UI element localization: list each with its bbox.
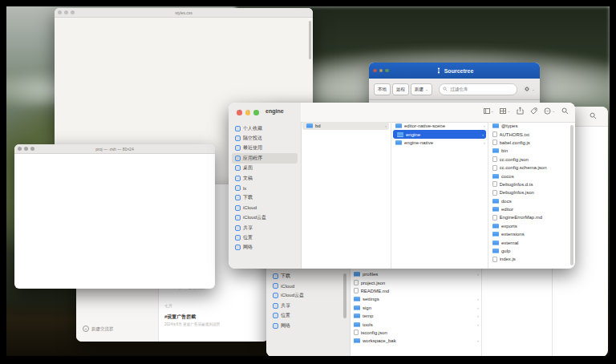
settings-dropdown[interactable]: ⌄ xyxy=(524,86,535,92)
sidebar-item[interactable]: 网络 xyxy=(232,243,298,253)
editor-code-area[interactable] xyxy=(55,18,313,24)
sidebar-item[interactable]: 共享 xyxy=(232,223,298,233)
file-row[interactable]: bd › xyxy=(302,122,389,130)
column-scrollbar[interactable] xyxy=(570,125,573,265)
file-row[interactable]: AUTHORS.txt › xyxy=(488,130,575,138)
file-row[interactable]: profiles › xyxy=(350,270,481,278)
sourcetree-titlebar[interactable]: Sourcetree xyxy=(369,63,540,79)
file-row[interactable]: EngineErrorMap.md › xyxy=(488,213,575,221)
file-row[interactable]: gulp › xyxy=(488,247,575,255)
sidebar-item[interactable]: iCloud云盘 xyxy=(232,213,298,223)
view-columns-button[interactable]: ⌄ xyxy=(484,108,494,114)
file-row[interactable]: temp › xyxy=(350,312,481,320)
sourcetree-toolbar-button[interactable]: 远程 ⌄ xyxy=(392,83,409,95)
file-row[interactable]: workspace_bak › xyxy=(350,337,481,345)
file-row[interactable]: bin › xyxy=(488,147,575,155)
search-icon[interactable] xyxy=(561,107,569,115)
file-row[interactable]: cc.config.schema.json › xyxy=(488,164,575,172)
tag-icon[interactable] xyxy=(530,107,537,115)
sidebar-item-label: 最近使用 xyxy=(243,144,262,152)
sidebar-scrollbar[interactable] xyxy=(343,273,346,318)
file-row[interactable]: tools › xyxy=(350,320,481,328)
back-button[interactable]: ‹ xyxy=(238,107,241,115)
terminal-title: proj — -zsh — 80×24 xyxy=(14,147,215,152)
editor-titlebar[interactable]: styles.css xyxy=(55,8,313,18)
sidebar-item[interactable]: lx xyxy=(232,183,298,192)
button-label: 本地 xyxy=(378,87,387,92)
file-name: editor-native-scene xyxy=(404,123,481,128)
chevron-right-icon: › xyxy=(477,272,479,277)
chevron-right-icon: › xyxy=(482,132,484,137)
search-icon[interactable] xyxy=(590,112,597,119)
sidebar-item-label: 下载 xyxy=(281,273,290,280)
file-name: docs xyxy=(501,199,569,204)
zoom-button[interactable] xyxy=(253,110,259,115)
file-row[interactable]: external › xyxy=(488,238,575,246)
file-name: project.json xyxy=(361,281,476,285)
file-row[interactable]: docs › xyxy=(488,197,575,205)
file-row[interactable]: DebugInfos.json › xyxy=(488,188,575,196)
file-row[interactable]: cocos › xyxy=(488,172,575,180)
file-row[interactable]: index.js › xyxy=(488,255,575,263)
chevron-right-icon: › xyxy=(477,338,479,343)
sidebar-item[interactable]: iCloud云盘 xyxy=(270,291,346,301)
sidebar-item[interactable]: 位置 xyxy=(270,311,346,321)
forward-button[interactable]: › xyxy=(247,107,249,115)
sidebar-item-label: iCloud xyxy=(243,205,257,210)
sidebar-item[interactable]: 网络 xyxy=(270,321,346,330)
sidebar-item[interactable]: 位置 xyxy=(232,233,298,242)
file-icon xyxy=(492,148,499,153)
file-row[interactable]: engine-native › xyxy=(391,139,488,147)
sidebar-item[interactable]: 最近使用 xyxy=(232,144,298,153)
file-row[interactable]: tsconfig.json › xyxy=(350,329,481,337)
notes-item-title[interactable]: #设置广告拦截 xyxy=(164,313,196,321)
file-name: EngineErrorMap.md xyxy=(500,215,569,220)
file-row[interactable]: settings › xyxy=(350,295,481,303)
file-row[interactable]: editor-native-scene › xyxy=(391,122,488,130)
file-row[interactable]: editor › xyxy=(488,205,575,213)
sidebar-item[interactable]: 文稿 xyxy=(232,173,298,183)
file-row[interactable]: exports › xyxy=(488,222,575,230)
file-row[interactable]: @types › xyxy=(488,122,575,130)
file-name: AUTHORS.txt xyxy=(500,132,569,137)
file-name: engine-native xyxy=(404,140,481,145)
file-row[interactable]: cc.config.json › xyxy=(488,156,575,164)
sourcetree-toolbar-button[interactable]: 本地 ⌄ xyxy=(374,83,391,95)
file-row[interactable]: project.json › xyxy=(350,278,481,286)
file-row[interactable]: sign › xyxy=(350,304,481,312)
sidebar-item[interactable]: 桌面 xyxy=(232,164,298,173)
sidebar-item-icon xyxy=(235,225,241,231)
file-icon xyxy=(354,272,360,277)
filter-search-input[interactable] xyxy=(450,87,513,91)
sidebar-item-icon xyxy=(235,235,241,241)
gear-icon xyxy=(524,86,530,92)
file-row[interactable]: README.md › xyxy=(350,287,481,295)
sidebar-item[interactable]: 应用程序 xyxy=(232,153,298,163)
file-name: index.js xyxy=(500,257,569,261)
sidebar-item[interactable]: 隔空投送 xyxy=(232,133,298,143)
finder-sidebar: 个人收藏 隔空投送 最近使用 应用程序 桌面 xyxy=(229,103,302,269)
file-icon xyxy=(354,305,360,310)
file-name: exports xyxy=(501,224,569,229)
sourcetree-toolbar-button[interactable]: 新建 ⌄ xyxy=(411,83,432,95)
terminal-output[interactable] xyxy=(14,154,215,157)
more-actions-button[interactable]: ⌄ xyxy=(544,107,555,115)
sidebar-item[interactable]: 个人收藏 xyxy=(232,123,298,133)
filter-search-field[interactable] xyxy=(439,83,517,95)
editor-scrollbar[interactable] xyxy=(309,21,311,59)
sidebar-item[interactable]: iCloud xyxy=(232,203,298,212)
file-row[interactable]: engine › xyxy=(393,130,486,138)
sidebar-item[interactable]: 下载 xyxy=(270,271,346,281)
group-by-button[interactable]: ⌄ xyxy=(500,108,510,114)
new-group-button[interactable]: + 新建交流群 xyxy=(83,326,114,332)
sidebar-item[interactable]: 下载 xyxy=(232,193,298,203)
terminal-titlebar[interactable]: proj — -zsh — 80×24 xyxy=(14,144,215,154)
file-row[interactable]: babel.config.js › xyxy=(488,139,575,147)
sidebar-item[interactable]: iCloud xyxy=(270,281,346,290)
sidebar-item-label: 下载 xyxy=(243,194,253,201)
sidebar-item[interactable]: 共享 xyxy=(270,301,346,310)
button-label: 新建 xyxy=(415,87,424,92)
file-row[interactable]: extensions › xyxy=(488,230,575,238)
file-row[interactable]: DebugInfos.d.ts › xyxy=(488,180,575,188)
share-icon[interactable] xyxy=(517,107,524,115)
